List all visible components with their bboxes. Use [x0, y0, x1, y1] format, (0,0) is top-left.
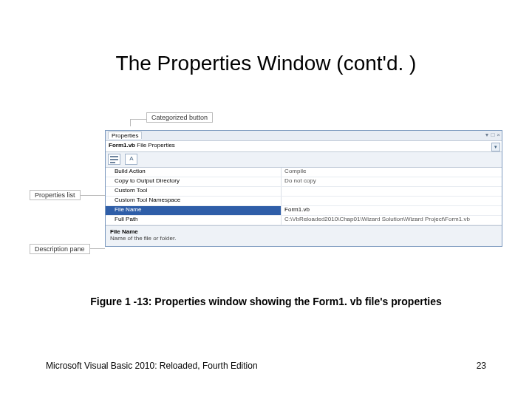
object-box-text: Form1.vb File Properties [109, 142, 175, 149]
properties-tab[interactable]: Properties [108, 132, 142, 139]
footer-left: Microsoft Visual Basic 2010: Reloaded, F… [46, 361, 258, 371]
object-box[interactable]: Form1.vb File Properties ▾ [106, 141, 502, 152]
figure: Categorized button Object box Alphabetic… [44, 118, 502, 273]
callout-descpane: Description pane [30, 244, 90, 254]
table-row[interactable]: Custom Tool Namespace [106, 197, 502, 206]
properties-grid: Build ActionCompile Copy to Output Direc… [106, 168, 502, 225]
toolbar: A [106, 152, 502, 168]
description-name: File Name [110, 228, 497, 235]
alphabetical-button[interactable]: A [125, 154, 137, 165]
properties-window: Properties ▾□× Form1.vb File Properties … [105, 130, 502, 247]
connector [130, 119, 131, 126]
chevron-down-icon[interactable]: ▾ [491, 143, 500, 151]
table-row[interactable]: Copy to Output DirectoryDo not copy [106, 177, 502, 187]
description-pane: File Name Name of the file or folder. [106, 225, 502, 246]
categorized-button[interactable] [108, 154, 120, 165]
page-number: 23 [477, 361, 486, 371]
callout-categorized: Categorized button [146, 112, 213, 123]
table-row-selected[interactable]: File NameForm1.vb [106, 206, 502, 216]
connector [130, 119, 146, 120]
table-row[interactable]: Build ActionCompile [106, 168, 502, 177]
properties-titlebar: Properties ▾□× [106, 131, 502, 141]
callout-proplist: Properties list [30, 190, 81, 200]
description-text: Name of the file or folder. [110, 235, 497, 242]
window-controls[interactable]: ▾□× [485, 132, 500, 138]
table-row[interactable]: Full PathC:\VbReloaded2010\Chap01\Wizard… [106, 216, 502, 225]
figure-caption: Figure 1 -13: Properties window showing … [0, 296, 532, 307]
table-row[interactable]: Custom Tool [106, 187, 502, 197]
page-title: The Properties Window (cont'd. ) [0, 52, 532, 75]
